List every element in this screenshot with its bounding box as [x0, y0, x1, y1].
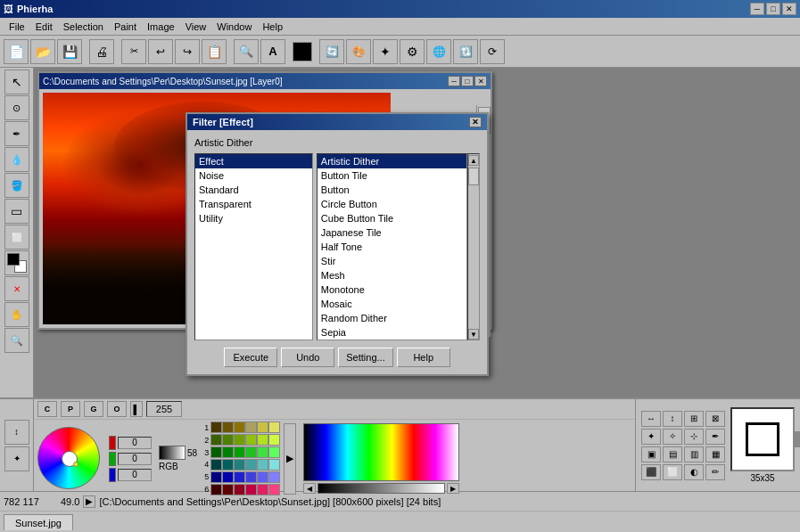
tool-move[interactable]: ✕: [4, 276, 29, 301]
swatch-cell[interactable]: [234, 446, 245, 458]
channel-btn-g[interactable]: G: [84, 401, 103, 417]
tool-lasso[interactable]: ⊙: [4, 95, 29, 120]
brush-mode-6[interactable]: ✧: [663, 429, 682, 445]
menu-edit[interactable]: Edit: [30, 20, 58, 34]
maximize-button[interactable]: □: [766, 3, 780, 15]
brush-mode-7[interactable]: ⊹: [684, 429, 704, 445]
filter-effect-stir[interactable]: Stir: [318, 254, 466, 268]
brush-mode-13[interactable]: ⬛: [641, 464, 661, 480]
swatch-cell[interactable]: [268, 422, 280, 433]
fx-button1[interactable]: 🔄: [319, 39, 344, 64]
swatch-cell[interactable]: [210, 459, 222, 471]
close-button[interactable]: ✕: [782, 3, 796, 15]
swatch-cell[interactable]: [245, 434, 257, 446]
brush-handle[interactable]: [795, 431, 800, 447]
undo-button[interactable]: ↩: [148, 39, 173, 64]
channel-btn-c[interactable]: C: [37, 401, 57, 417]
swatch-cell[interactable]: [268, 471, 280, 483]
menu-image[interactable]: Image: [142, 20, 180, 34]
swatch-cell[interactable]: [234, 422, 245, 433]
minimize-button[interactable]: ─: [750, 3, 764, 15]
filter-effect-monotone[interactable]: Monotone: [318, 282, 466, 297]
tool-zoom-canvas[interactable]: 🔍: [4, 328, 29, 353]
filter-category-list[interactable]: Effect Noise Standard Transparent Utilit…: [194, 153, 313, 340]
channel-btn-o[interactable]: O: [107, 401, 127, 417]
menu-window[interactable]: Window: [211, 20, 257, 34]
fx-button5[interactable]: 🌐: [426, 39, 451, 64]
brush-mode-2[interactable]: ↕: [663, 411, 682, 427]
filter-cat-effect[interactable]: Effect: [195, 154, 312, 168]
gradient-scroll-left[interactable]: ◀: [303, 483, 316, 494]
brush-mode-4[interactable]: ⊠: [705, 411, 725, 427]
swatch-cell[interactable]: [222, 484, 234, 495]
swatch-cell[interactable]: [234, 484, 245, 495]
filter-effect-list[interactable]: Artistic Dither Button Tile Button Circl…: [317, 153, 467, 340]
tool-hand[interactable]: ✋: [4, 302, 29, 327]
tool-select[interactable]: ↖: [4, 70, 29, 94]
filter-cat-noise[interactable]: Noise: [195, 168, 312, 183]
filter-effect-sepia[interactable]: Sepia: [318, 325, 466, 340]
filter-effect-mosaic[interactable]: Mosaic: [318, 297, 466, 311]
swatch-cell[interactable]: [268, 434, 280, 446]
filter-effect-random-dither[interactable]: Random Dither: [318, 311, 466, 325]
filter-effect-circle-button[interactable]: Circle Button: [318, 197, 466, 211]
swatch-cell[interactable]: [222, 434, 234, 446]
brush-mode-9[interactable]: ▣: [641, 446, 661, 462]
brush-mode-16[interactable]: ✏: [705, 464, 725, 480]
color-gradient-bar[interactable]: [303, 423, 459, 481]
filter-cat-standard[interactable]: Standard: [195, 183, 312, 197]
tool-bucket[interactable]: 🪣: [4, 173, 29, 198]
zoom-button[interactable]: 🔍: [234, 39, 259, 64]
swatch-cell[interactable]: [257, 434, 268, 446]
filter-scrollbar-thumb[interactable]: [468, 168, 479, 185]
filter-help-button[interactable]: Help: [397, 348, 450, 367]
filter-cat-utility[interactable]: Utility: [195, 211, 312, 225]
redo-button[interactable]: ↪: [175, 39, 200, 64]
swatch-cell[interactable]: [222, 471, 234, 483]
fx-button6[interactable]: 🔃: [453, 39, 478, 64]
tab-sunset[interactable]: Sunset.jpg: [4, 514, 73, 530]
red-input[interactable]: [118, 437, 152, 449]
swatch-cell[interactable]: [210, 422, 222, 433]
save-button[interactable]: 💾: [57, 39, 82, 64]
new-button[interactable]: 📄: [4, 39, 29, 64]
brush-mode-11[interactable]: ▥: [684, 446, 704, 462]
swatch-cell[interactable]: [268, 446, 280, 458]
swatch-cell[interactable]: [210, 471, 222, 483]
filter-effect-button-tile[interactable]: Button Tile: [318, 168, 466, 183]
swatch-cell[interactable]: [245, 471, 257, 483]
swatch-cell[interactable]: [210, 484, 222, 495]
swatch-cell[interactable]: [257, 446, 268, 458]
doc-close[interactable]: ✕: [474, 76, 487, 86]
menu-view[interactable]: View: [180, 20, 212, 34]
swatch-cell[interactable]: [234, 459, 245, 471]
tool-bottom-2[interactable]: ✦: [4, 446, 29, 471]
tool-rect[interactable]: ▭: [4, 199, 29, 224]
fx-button4[interactable]: ⚙: [400, 39, 425, 64]
brush-mode-15[interactable]: ◐: [684, 464, 704, 480]
brush-mode-3[interactable]: ⊞: [684, 411, 704, 427]
filter-effect-artistic-dither[interactable]: Artistic Dither: [318, 154, 466, 168]
fx-button7[interactable]: ⟳: [480, 39, 505, 64]
menu-paint[interactable]: Paint: [109, 20, 142, 34]
doc-maximize[interactable]: □: [461, 76, 474, 86]
print-button[interactable]: 🖨: [89, 39, 114, 64]
open-button[interactable]: 📂: [30, 39, 55, 64]
filter-close-button[interactable]: ✕: [469, 117, 482, 127]
tool-fg-bg[interactable]: [4, 250, 29, 275]
filter-cat-transparent[interactable]: Transparent: [195, 197, 312, 211]
swatch-cell[interactable]: [268, 459, 280, 471]
swatch-cell[interactable]: [222, 446, 234, 458]
fx-button2[interactable]: 🎨: [346, 39, 371, 64]
swatch-cell[interactable]: [222, 422, 234, 433]
swatch-cell[interactable]: [245, 484, 257, 495]
text-button[interactable]: A: [260, 39, 285, 64]
menu-file[interactable]: File: [4, 20, 30, 34]
swatch-scroll-right[interactable]: ▶: [284, 423, 296, 495]
brush-mode-12[interactable]: ▦: [705, 446, 725, 462]
fx-button3[interactable]: ✦: [373, 39, 398, 64]
brush-mode-5[interactable]: ✦: [641, 429, 661, 445]
color-wheel[interactable]: [37, 427, 100, 489]
status-arrow-button[interactable]: ▶: [83, 495, 95, 508]
swatch-cell[interactable]: [222, 459, 234, 471]
